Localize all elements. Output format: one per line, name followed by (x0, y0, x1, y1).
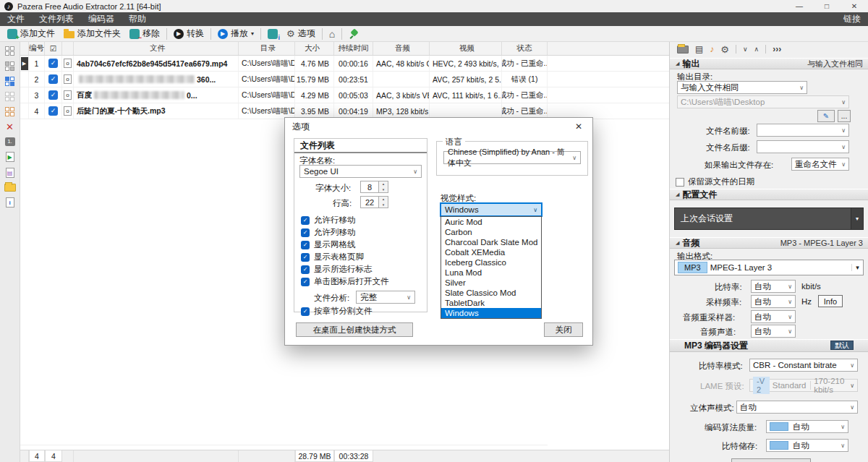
add-folder-button[interactable]: 添加文件夹 (59, 27, 125, 41)
selection-options-icon[interactable] (5, 107, 14, 116)
maximize-button[interactable]: □ (813, 0, 841, 12)
play-button[interactable]: ▶ 播放 ▾ (213, 27, 258, 41)
header-duration[interactable]: 持续时间 (334, 42, 373, 55)
options-button[interactable]: ⚙ 选项 (282, 27, 320, 41)
allow-row-move-checkbox[interactable]: ✓ 允许行移动 (301, 215, 356, 226)
row-checkbox[interactable]: ✓ (48, 90, 58, 100)
menu-help[interactable]: 帮助 (122, 12, 153, 26)
audio-section-header[interactable]: ◢ 音频 MP3 - MPEG-1 Layer 3 (670, 237, 868, 249)
chevron-up-icon[interactable]: ∧ (754, 46, 760, 53)
row-checkbox[interactable]: ✓ (48, 74, 58, 84)
open-on-icon-click-checkbox[interactable]: ✓ 单击图标后打开文件 (301, 276, 389, 287)
bitrate-select[interactable]: 自动∨ (751, 280, 796, 293)
line-height-spinner[interactable]: 22 ▴▾ (360, 196, 388, 208)
close-button[interactable]: ✕ (841, 0, 868, 12)
browse-button[interactable]: ... (838, 110, 851, 122)
spin-down-icon[interactable]: ▾ (379, 202, 388, 208)
spin-up-icon[interactable]: ▴ (379, 197, 388, 202)
media-file-icon[interactable]: o (64, 90, 72, 100)
document-icon[interactable]: ▤ (695, 44, 703, 54)
remove-button[interactable]: − 移除 (125, 27, 164, 41)
style-option[interactable]: Slate Classico Mod (441, 288, 541, 298)
menu-file[interactable]: 文件 (0, 12, 32, 26)
allow-col-move-checkbox[interactable]: ✓ 允许列移动 (301, 227, 356, 238)
default-button[interactable]: 默认 (830, 341, 854, 350)
invert-selection-icon[interactable] (5, 77, 14, 86)
menu-filelist[interactable]: 文件列表 (32, 12, 81, 26)
format-select[interactable]: MP3 MPEG-1 Layer 3 ▾ (674, 260, 864, 275)
media-file-icon[interactable]: o (64, 106, 72, 116)
header-size[interactable]: 大小 (295, 42, 334, 55)
keep-date-checkbox[interactable]: 保留源文件的日期 (676, 176, 754, 187)
output-section-header[interactable]: ◢ 输出 与输入文件相同 (670, 58, 868, 69)
language-select[interactable]: Chinese (Simplified) by Anan - 简体中文∨ (443, 151, 581, 164)
header-video[interactable]: 视频 (430, 42, 502, 55)
folder-icon[interactable] (677, 46, 689, 54)
sample-rate-select[interactable]: 自动∨ (751, 295, 796, 308)
file-info-icon[interactable]: i (6, 197, 14, 208)
prefix-input[interactable]: ∨ (757, 124, 849, 137)
split-by-chapters-checkbox[interactable]: ✓ 按章节分割文件 (301, 306, 373, 317)
home-button[interactable]: ⌂ (325, 27, 339, 41)
style-option[interactable]: Luna Mod (441, 268, 541, 278)
menu-encoders[interactable]: 编码器 (81, 12, 122, 26)
pin-button[interactable] (344, 27, 363, 41)
exists-select[interactable]: 重命名文件∨ (791, 158, 849, 171)
style-option[interactable]: Cobalt XEMedia (441, 247, 541, 257)
play-dropdown-caret[interactable]: ▾ (251, 30, 254, 37)
show-gridlines-checkbox[interactable]: ✓ 显示网格线 (301, 239, 356, 250)
table-row[interactable]: 3 ✓ o 百度0... C:\Users\喵喵\Desktop\日常... 4… (20, 87, 669, 103)
style-option-selected[interactable]: Windows (441, 308, 541, 318)
dialog-close-button[interactable]: ✕ (572, 121, 585, 132)
row-checkbox[interactable]: ✓ (48, 59, 58, 68)
bitrate-mode-select[interactable]: CBR - Constant bitrate∨ (749, 359, 858, 372)
deselect-all-icon[interactable] (5, 92, 14, 101)
header-number[interactable]: 编号 (29, 42, 45, 55)
open-folder-icon[interactable] (4, 184, 16, 192)
more-icon[interactable]: ››› (773, 44, 781, 54)
suffix-input[interactable]: ∨ (757, 140, 849, 153)
edit-path-button[interactable]: ✎ (817, 110, 835, 122)
chevron-down-icon[interactable]: ∨ (743, 46, 748, 53)
menu-links[interactable]: 链接 (836, 13, 868, 25)
show-footer-checkbox[interactable]: ✓ 显示表格页脚 (301, 252, 364, 262)
style-option[interactable]: Silver (441, 278, 541, 288)
row-checkbox[interactable]: ✓ (48, 106, 58, 116)
add-files-button[interactable]: + 添加文件 (3, 27, 59, 41)
gear-icon[interactable]: ⚙ (720, 44, 729, 55)
header-status[interactable]: 状态 (502, 42, 548, 55)
music-note-icon[interactable]: ♪ (710, 44, 714, 54)
stereo-mode-select[interactable]: 自动∨ (736, 401, 858, 414)
spin-down-icon[interactable]: ▾ (379, 187, 388, 193)
visual-style-select[interactable]: Windows∨ (441, 203, 542, 216)
file-analysis-select[interactable]: 完整∨ (356, 291, 415, 304)
list-properties-icon[interactable]: ▤ (6, 168, 14, 178)
spin-up-icon[interactable]: ▴ (379, 181, 388, 187)
minimize-button[interactable]: — (786, 0, 813, 12)
font-name-select[interactable]: Segoe UI∨ (299, 165, 422, 178)
output-path-field[interactable]: C:\Users\喵喵\Desktop∨ (677, 95, 849, 108)
profile-select[interactable]: 上次会话设置 ▾ (674, 208, 864, 230)
mediainfo-button[interactable]: i (263, 27, 282, 41)
font-size-spinner[interactable]: 8 ▴▾ (360, 181, 388, 193)
resampler-select[interactable]: 自动∨ (751, 310, 796, 323)
media-file-icon[interactable]: o (64, 59, 72, 68)
reservoir-select[interactable]: 自动∨ (766, 439, 848, 452)
header-audio[interactable]: 音频 (373, 42, 430, 55)
media-file-icon[interactable]: o (64, 74, 72, 84)
style-option[interactable]: Iceberg Classico (441, 257, 541, 268)
style-option[interactable]: Carbon (441, 227, 541, 237)
dialog-close-action-button[interactable]: 关闭 (544, 322, 583, 337)
header-file[interactable]: 文件 (74, 42, 239, 55)
create-shortcut-button[interactable]: 在桌面上创建快捷方式 (296, 322, 413, 337)
select-some-icon[interactable] (5, 61, 14, 71)
show-selected-flag-checkbox[interactable]: ✓ 显示所选行标志 (301, 264, 373, 275)
move-to-list-icon[interactable]: ▶ (6, 152, 14, 162)
select-all-icon[interactable] (5, 46, 14, 56)
style-option[interactable]: Auric Mod (441, 217, 541, 227)
channels-select[interactable]: 自动∨ (751, 325, 796, 338)
header-directory[interactable]: 目录 (239, 42, 295, 55)
header-checkbox-icon[interactable]: ☑ (45, 42, 62, 55)
style-option[interactable]: Charcoal Dark Slate Mod (441, 237, 541, 247)
convert-button[interactable]: ▶ 转换 (169, 27, 208, 41)
